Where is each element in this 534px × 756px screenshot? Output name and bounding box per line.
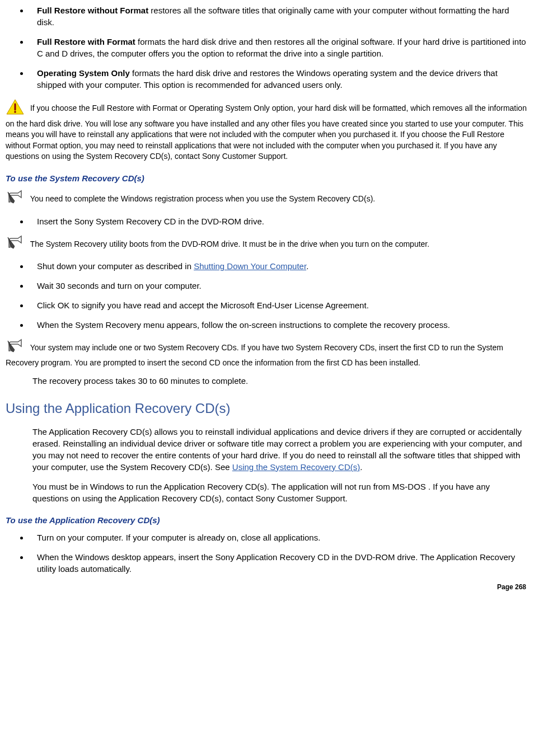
recovery-options-list: Full Restore without Format restores all… xyxy=(6,4,528,91)
heading-app-recovery: Using the Application Recovery CD(s) xyxy=(6,399,528,418)
step-shutdown: Shut down your computer as described in … xyxy=(29,260,528,272)
option-title: Operating System Only xyxy=(37,68,130,78)
step-click-ok: Click OK to signify you have read and ac… xyxy=(29,299,528,311)
step-follow-instructions: When the System Recovery menu appears, f… xyxy=(29,319,528,331)
option-title: Full Restore with Format xyxy=(37,37,135,46)
option-full-restore-no-format: Full Restore without Format restores all… xyxy=(29,4,528,28)
warning-icon xyxy=(6,98,25,119)
note-two-cds: Your system may include one or two Syste… xyxy=(6,339,528,368)
app-recovery-intro: The Application Recovery CD(s) allows yo… xyxy=(32,426,528,473)
warning-text: If you choose the Full Restore with Form… xyxy=(6,104,527,161)
page-number: Page 268 xyxy=(6,583,528,592)
para-post: . xyxy=(360,462,362,472)
link-system-recovery[interactable]: Using the System Recovery CD(s) xyxy=(232,462,360,472)
step-insert-app-cd: When the Windows desktop appears, insert… xyxy=(29,551,528,575)
warning-format: If you choose the Full Restore with Form… xyxy=(6,98,528,162)
note-text: The System Recovery utility boots from t… xyxy=(28,239,429,248)
note-boot-from-dvd: The System Recovery utility boots from t… xyxy=(6,235,528,254)
note-registration: You need to complete the Windows registr… xyxy=(6,190,528,209)
note-icon xyxy=(6,235,25,254)
note-icon xyxy=(6,339,25,358)
subheading-app-recovery: To use the Application Recovery CD(s) xyxy=(6,514,528,526)
recovery-time: The recovery process takes 30 to 60 minu… xyxy=(32,375,528,387)
link-shutting-down[interactable]: Shutting Down Your Computer xyxy=(194,261,306,271)
step-turn-on: Turn on your computer. If your computer … xyxy=(29,532,528,543)
option-os-only: Operating System Only formats the hard d… xyxy=(29,67,528,91)
step-text-pre: Shut down your computer as described in xyxy=(37,261,194,271)
note-icon xyxy=(6,190,25,209)
step-list-1: Insert the Sony System Recovery CD in th… xyxy=(6,215,528,227)
note-text: Your system may include one or two Syste… xyxy=(6,343,503,367)
option-title: Full Restore without Format xyxy=(37,6,148,15)
app-step-list: Turn on your computer. If your computer … xyxy=(6,532,528,575)
svg-point-2 xyxy=(14,111,16,113)
step-text-post: . xyxy=(306,261,308,271)
app-recovery-windows-note: You must be in Windows to run the Applic… xyxy=(32,481,528,504)
step-insert-cd: Insert the Sony System Recovery CD in th… xyxy=(29,215,528,227)
subheading-system-recovery: To use the System Recovery CD(s) xyxy=(6,172,528,184)
step-wait-30: Wait 30 seconds and turn on your compute… xyxy=(29,280,528,292)
option-full-restore-with-format: Full Restore with Format formats the har… xyxy=(29,36,528,59)
step-list-2: Shut down your computer as described in … xyxy=(6,260,528,331)
note-text: You need to complete the Windows registr… xyxy=(28,194,375,203)
